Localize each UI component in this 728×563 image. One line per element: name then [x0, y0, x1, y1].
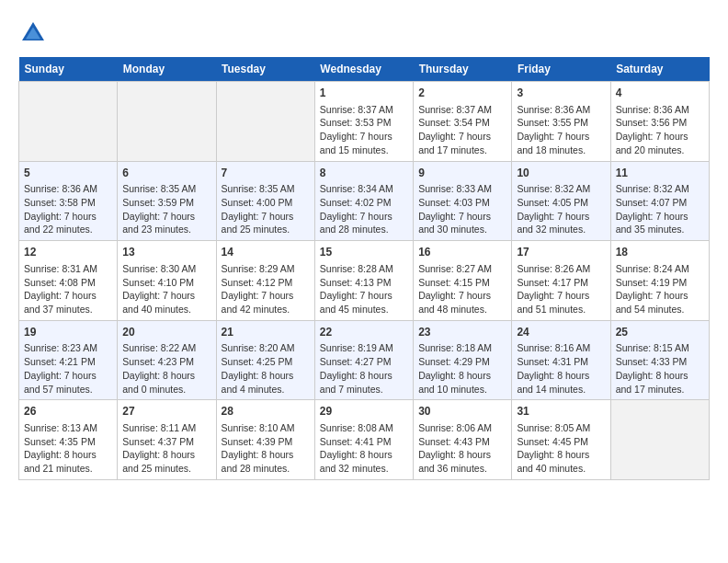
- day-number: 6: [122, 166, 210, 181]
- weekday-header-sunday: Sunday: [19, 57, 118, 82]
- calendar-cell: 1Sunrise: 8:37 AM Sunset: 3:53 PM Daylig…: [314, 82, 413, 162]
- calendar-cell: 9Sunrise: 8:33 AM Sunset: 4:03 PM Daylig…: [414, 161, 512, 241]
- day-info: Sunrise: 8:35 AM Sunset: 3:59 PM Dayligh…: [122, 182, 210, 236]
- day-number: 17: [517, 245, 605, 260]
- calendar-table: SundayMondayTuesdayWednesdayThursdayFrid…: [18, 57, 710, 480]
- day-info: Sunrise: 8:20 AM Sunset: 4:25 PM Dayligh…: [222, 341, 310, 396]
- day-info: Sunrise: 8:30 AM Sunset: 4:10 PM Dayligh…: [122, 262, 210, 316]
- day-info: Sunrise: 8:32 AM Sunset: 4:07 PM Dayligh…: [616, 182, 704, 236]
- day-info: Sunrise: 8:36 AM Sunset: 3:56 PM Dayligh…: [616, 103, 704, 157]
- day-number: 30: [418, 404, 506, 419]
- day-number: 8: [320, 166, 408, 181]
- day-number: 26: [24, 404, 112, 419]
- calendar-cell: 12Sunrise: 8:31 AM Sunset: 4:08 PM Dayli…: [19, 241, 118, 321]
- day-info: Sunrise: 8:31 AM Sunset: 4:08 PM Dayligh…: [24, 262, 112, 316]
- day-number: 15: [320, 245, 408, 260]
- day-info: Sunrise: 8:18 AM Sunset: 4:29 PM Dayligh…: [418, 341, 506, 396]
- calendar-week-row: 5Sunrise: 8:36 AM Sunset: 3:58 PM Daylig…: [19, 161, 710, 241]
- day-number: 5: [24, 166, 112, 181]
- day-number: 22: [320, 325, 408, 340]
- day-number: 24: [517, 325, 605, 340]
- day-number: 9: [418, 166, 506, 181]
- calendar-cell: [216, 82, 314, 162]
- day-info: Sunrise: 8:28 AM Sunset: 4:13 PM Dayligh…: [320, 262, 408, 316]
- calendar-cell: 7Sunrise: 8:35 AM Sunset: 4:00 PM Daylig…: [216, 161, 314, 241]
- day-number: 16: [418, 245, 506, 260]
- calendar-cell: 27Sunrise: 8:11 AM Sunset: 4:37 PM Dayli…: [118, 400, 216, 480]
- day-number: 2: [418, 86, 506, 101]
- day-info: Sunrise: 8:22 AM Sunset: 4:23 PM Dayligh…: [122, 341, 210, 396]
- day-number: 7: [222, 166, 310, 181]
- day-number: 27: [122, 404, 210, 419]
- day-info: Sunrise: 8:33 AM Sunset: 4:03 PM Dayligh…: [418, 182, 506, 236]
- calendar-cell: 18Sunrise: 8:24 AM Sunset: 4:19 PM Dayli…: [610, 241, 709, 321]
- day-info: Sunrise: 8:05 AM Sunset: 4:45 PM Dayligh…: [517, 421, 605, 476]
- calendar-cell: 16Sunrise: 8:27 AM Sunset: 4:15 PM Dayli…: [414, 241, 512, 321]
- day-info: Sunrise: 8:13 AM Sunset: 4:35 PM Dayligh…: [24, 421, 112, 476]
- calendar-cell: 14Sunrise: 8:29 AM Sunset: 4:12 PM Dayli…: [216, 241, 314, 321]
- calendar-cell: 3Sunrise: 8:36 AM Sunset: 3:55 PM Daylig…: [512, 82, 610, 162]
- calendar-cell: 29Sunrise: 8:08 AM Sunset: 4:41 PM Dayli…: [314, 400, 413, 480]
- day-number: 28: [222, 404, 310, 419]
- logo: [18, 18, 51, 48]
- day-info: Sunrise: 8:35 AM Sunset: 4:00 PM Dayligh…: [222, 182, 310, 236]
- day-info: Sunrise: 8:23 AM Sunset: 4:21 PM Dayligh…: [24, 341, 112, 396]
- day-info: Sunrise: 8:37 AM Sunset: 3:53 PM Dayligh…: [320, 103, 408, 157]
- weekday-header-saturday: Saturday: [610, 57, 709, 82]
- day-number: 11: [616, 166, 704, 181]
- calendar-week-row: 19Sunrise: 8:23 AM Sunset: 4:21 PM Dayli…: [19, 320, 710, 400]
- day-info: Sunrise: 8:36 AM Sunset: 3:55 PM Dayligh…: [517, 103, 605, 157]
- day-info: Sunrise: 8:24 AM Sunset: 4:19 PM Dayligh…: [616, 262, 704, 316]
- calendar-cell: [610, 400, 709, 480]
- calendar-cell: 10Sunrise: 8:32 AM Sunset: 4:05 PM Dayli…: [512, 161, 610, 241]
- day-info: Sunrise: 8:10 AM Sunset: 4:39 PM Dayligh…: [222, 421, 310, 476]
- day-info: Sunrise: 8:36 AM Sunset: 3:58 PM Dayligh…: [24, 182, 112, 236]
- day-number: 31: [517, 404, 605, 419]
- day-number: 21: [222, 325, 310, 340]
- day-info: Sunrise: 8:11 AM Sunset: 4:37 PM Dayligh…: [122, 421, 210, 476]
- weekday-header-row: SundayMondayTuesdayWednesdayThursdayFrid…: [19, 57, 710, 82]
- calendar-cell: 24Sunrise: 8:16 AM Sunset: 4:31 PM Dayli…: [512, 320, 610, 400]
- day-number: 3: [517, 86, 605, 101]
- logo-icon: [18, 18, 48, 48]
- page-header: [18, 18, 710, 48]
- calendar-week-row: 26Sunrise: 8:13 AM Sunset: 4:35 PM Dayli…: [19, 400, 710, 480]
- day-info: Sunrise: 8:08 AM Sunset: 4:41 PM Dayligh…: [320, 421, 408, 476]
- calendar-cell: 20Sunrise: 8:22 AM Sunset: 4:23 PM Dayli…: [118, 320, 216, 400]
- day-number: 23: [418, 325, 506, 340]
- day-number: 4: [616, 86, 704, 101]
- day-number: 14: [222, 245, 310, 260]
- day-info: Sunrise: 8:26 AM Sunset: 4:17 PM Dayligh…: [517, 262, 605, 316]
- day-info: Sunrise: 8:29 AM Sunset: 4:12 PM Dayligh…: [222, 262, 310, 316]
- calendar-cell: 19Sunrise: 8:23 AM Sunset: 4:21 PM Dayli…: [19, 320, 118, 400]
- day-number: 1: [320, 86, 408, 101]
- calendar-week-row: 12Sunrise: 8:31 AM Sunset: 4:08 PM Dayli…: [19, 241, 710, 321]
- calendar-cell: 22Sunrise: 8:19 AM Sunset: 4:27 PM Dayli…: [314, 320, 413, 400]
- calendar-cell: 21Sunrise: 8:20 AM Sunset: 4:25 PM Dayli…: [216, 320, 314, 400]
- weekday-header-tuesday: Tuesday: [216, 57, 314, 82]
- day-info: Sunrise: 8:16 AM Sunset: 4:31 PM Dayligh…: [517, 341, 605, 396]
- calendar-header: SundayMondayTuesdayWednesdayThursdayFrid…: [19, 57, 710, 82]
- calendar-cell: [118, 82, 216, 162]
- calendar-cell: 4Sunrise: 8:36 AM Sunset: 3:56 PM Daylig…: [610, 82, 709, 162]
- day-info: Sunrise: 8:34 AM Sunset: 4:02 PM Dayligh…: [320, 182, 408, 236]
- day-info: Sunrise: 8:32 AM Sunset: 4:05 PM Dayligh…: [517, 182, 605, 236]
- weekday-header-thursday: Thursday: [414, 57, 512, 82]
- day-number: 12: [24, 245, 112, 260]
- calendar-cell: 17Sunrise: 8:26 AM Sunset: 4:17 PM Dayli…: [512, 241, 610, 321]
- calendar-cell: 2Sunrise: 8:37 AM Sunset: 3:54 PM Daylig…: [414, 82, 512, 162]
- calendar-cell: 13Sunrise: 8:30 AM Sunset: 4:10 PM Dayli…: [118, 241, 216, 321]
- weekday-header-wednesday: Wednesday: [314, 57, 413, 82]
- day-info: Sunrise: 8:27 AM Sunset: 4:15 PM Dayligh…: [418, 262, 506, 316]
- day-info: Sunrise: 8:37 AM Sunset: 3:54 PM Dayligh…: [418, 103, 506, 157]
- day-number: 18: [616, 245, 704, 260]
- calendar-cell: 23Sunrise: 8:18 AM Sunset: 4:29 PM Dayli…: [414, 320, 512, 400]
- calendar-body: 1Sunrise: 8:37 AM Sunset: 3:53 PM Daylig…: [19, 82, 710, 480]
- calendar-cell: [19, 82, 118, 162]
- calendar-cell: 30Sunrise: 8:06 AM Sunset: 4:43 PM Dayli…: [414, 400, 512, 480]
- calendar-cell: 11Sunrise: 8:32 AM Sunset: 4:07 PM Dayli…: [610, 161, 709, 241]
- day-number: 29: [320, 404, 408, 419]
- weekday-header-friday: Friday: [512, 57, 610, 82]
- weekday-header-monday: Monday: [118, 57, 216, 82]
- calendar-cell: 26Sunrise: 8:13 AM Sunset: 4:35 PM Dayli…: [19, 400, 118, 480]
